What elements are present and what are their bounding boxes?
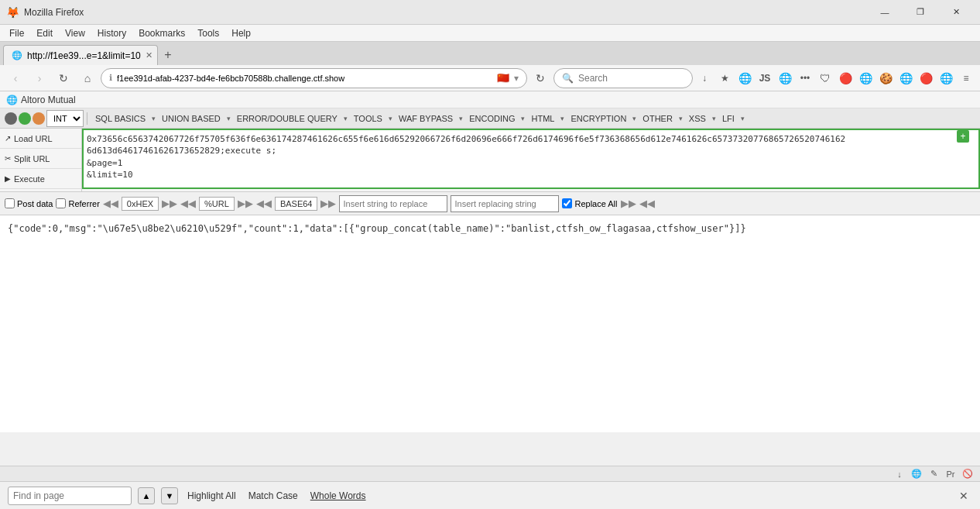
close-button[interactable]: ✕ (938, 0, 974, 25)
encryption-arrow: ▾ (632, 115, 636, 122)
encryption-menu[interactable]: ENCRYPTION (566, 112, 631, 125)
arrow-right4: ▶▶ (621, 198, 636, 209)
site-icon: 🌐 (6, 95, 18, 105)
post-data-checkbox-label[interactable]: Post data (5, 198, 53, 208)
url-actions: ↗ Load URL ✂ Split URL ▶ Execute (0, 129, 82, 191)
download-button[interactable]: ↓ (695, 69, 714, 88)
menu-view[interactable]: View (59, 26, 91, 40)
search-input[interactable] (578, 73, 694, 84)
int-circle-green[interactable] (19, 112, 31, 125)
highlight-all-option[interactable]: Highlight All (184, 489, 239, 503)
status-icon2[interactable]: 🌐 (910, 468, 923, 480)
whole-words-option[interactable]: Whole Words (307, 489, 369, 503)
new-tab-button[interactable]: + (158, 45, 178, 65)
union-based-menu[interactable]: UNION BASED (157, 112, 225, 125)
js-badge[interactable]: JS (756, 69, 774, 88)
menu-bookmarks[interactable]: Bookmarks (132, 26, 191, 40)
extension-btn9[interactable]: 🌐 (937, 69, 955, 88)
menu-file[interactable]: File (3, 26, 30, 40)
url-textarea[interactable]: 0x73656c6563742067726f75705f636f6e636174… (82, 129, 980, 189)
insert-replace-input[interactable] (339, 195, 447, 212)
find-down-button[interactable]: ▼ (161, 487, 178, 504)
replace-all-label: Replace All (574, 199, 617, 208)
split-url-button[interactable]: ✂ Split URL (0, 149, 81, 169)
extension-btn2[interactable]: ••• (796, 69, 814, 88)
menu-edit[interactable]: Edit (30, 26, 59, 40)
lfi-menu[interactable]: LFI (718, 112, 739, 125)
status-icon1[interactable]: ↓ (893, 468, 906, 480)
hex-encode-btn[interactable]: 0xHEX (122, 197, 159, 211)
hamburger-menu[interactable]: ≡ (957, 69, 975, 88)
address-input[interactable] (117, 74, 492, 83)
replace-all-checkbox-label[interactable]: Replace All (562, 198, 617, 208)
split-url-icon: ✂ (5, 154, 11, 163)
tab-title: http://f1ee39...e=1&limit=10 (27, 50, 141, 61)
other-menu[interactable]: OTHER (638, 112, 677, 125)
base64-encode-btn[interactable]: BASE64 (275, 197, 318, 211)
post-data-checkbox[interactable] (5, 198, 15, 208)
error-double-query-menu[interactable]: ERROR/DOUBLE QUERY (232, 112, 342, 125)
find-up-button[interactable]: ▲ (138, 487, 155, 504)
find-close-button[interactable]: ✕ (955, 487, 972, 504)
extension-btn3[interactable]: 🛡 (816, 69, 834, 88)
tab-favicon: 🌐 (12, 50, 22, 60)
menu-help[interactable]: Help (225, 26, 257, 40)
status-icon5[interactable]: 🚫 (961, 468, 974, 480)
html-menu[interactable]: HTML (526, 112, 559, 125)
menu-tools[interactable]: Tools (191, 26, 225, 40)
flag-icon: 🇨🇳 (497, 72, 509, 84)
back-button[interactable]: ‹ (5, 67, 26, 89)
menu-history[interactable]: History (91, 26, 132, 40)
replace-all-checkbox[interactable] (562, 198, 572, 208)
reload-small-button[interactable]: ↻ (529, 67, 551, 89)
referrer-checkbox-label[interactable]: Referrer (56, 198, 99, 208)
xss-menu[interactable]: XSS (684, 112, 711, 125)
tab-close-button[interactable]: ✕ (146, 50, 152, 60)
waf-bypass-menu[interactable]: WAF BYPASS (394, 112, 457, 125)
int-select[interactable]: INT (46, 110, 84, 127)
extension-btn4[interactable]: 🔴 (836, 69, 855, 88)
breadcrumb-label: Altoro Mutual (21, 95, 76, 105)
active-tab[interactable]: 🌐 http://f1ee39...e=1&limit=10 ✕ (3, 45, 158, 65)
extension-btn1[interactable]: 🌐 (776, 69, 794, 88)
match-case-option[interactable]: Match Case (245, 489, 301, 503)
reload-button[interactable]: ↻ (53, 67, 74, 89)
url-add-button[interactable]: + (957, 130, 969, 143)
html-arrow: ▾ (560, 115, 564, 122)
insert-replacing-input[interactable] (451, 195, 559, 212)
menubar: File Edit View History Bookmarks Tools H… (0, 25, 980, 42)
sql-basics-menu[interactable]: SQL BASICS (91, 112, 150, 125)
home-button[interactable]: ⌂ (77, 67, 98, 89)
encoding-menu[interactable]: ENCODING (464, 112, 519, 125)
titlebar-title: Mozilla Firefox (24, 7, 867, 18)
extension-btn6[interactable]: 🍪 (876, 69, 895, 88)
int-icon-btn[interactable] (5, 112, 17, 125)
extension-btn8[interactable]: 🔴 (917, 69, 935, 88)
tools-menu[interactable]: TOOLS (349, 112, 387, 125)
dropdown-icon[interactable]: ▾ (514, 73, 519, 84)
status-icon4[interactable]: Pr (944, 468, 957, 480)
load-url-icon: ↗ (5, 134, 11, 143)
maximize-button[interactable]: ❐ (903, 0, 938, 25)
int-circle-orange[interactable] (33, 112, 45, 125)
referrer-checkbox[interactable] (56, 198, 66, 208)
arrow-left1: ◀◀ (103, 198, 118, 209)
load-url-button[interactable]: ↗ Load URL (0, 129, 81, 149)
find-input[interactable] (8, 487, 132, 505)
arrow-right3: ▶▶ (320, 198, 336, 209)
browser-logo: 🦊 (6, 6, 19, 19)
extension-btn5[interactable]: 🌐 (856, 69, 875, 88)
globe-icon-btn[interactable]: 🌐 (735, 69, 754, 88)
statusbar: ↓ 🌐 ✎ Pr 🚫 (0, 466, 980, 481)
bookmark-button[interactable]: ★ (715, 69, 734, 88)
navbar: ‹ › ↻ ⌂ ℹ 🇨🇳 ▾ ↻ 🔍 ↓ ★ 🌐 JS 🌐 ••• 🛡 🔴 🌐 … (0, 65, 980, 91)
minimize-button[interactable]: — (867, 0, 903, 25)
titlebar-controls: — ❐ ✕ (867, 0, 974, 25)
percent-encode-btn[interactable]: %URL (199, 197, 235, 211)
search-bar: 🔍 (553, 68, 693, 88)
execute-button[interactable]: ▶ Execute (0, 169, 81, 189)
forward-button[interactable]: › (29, 67, 50, 89)
tabbar: 🌐 http://f1ee39...e=1&limit=10 ✕ + (0, 42, 980, 65)
extension-btn7[interactable]: 🌐 (896, 69, 915, 88)
status-icon3[interactable]: ✎ (927, 468, 940, 480)
